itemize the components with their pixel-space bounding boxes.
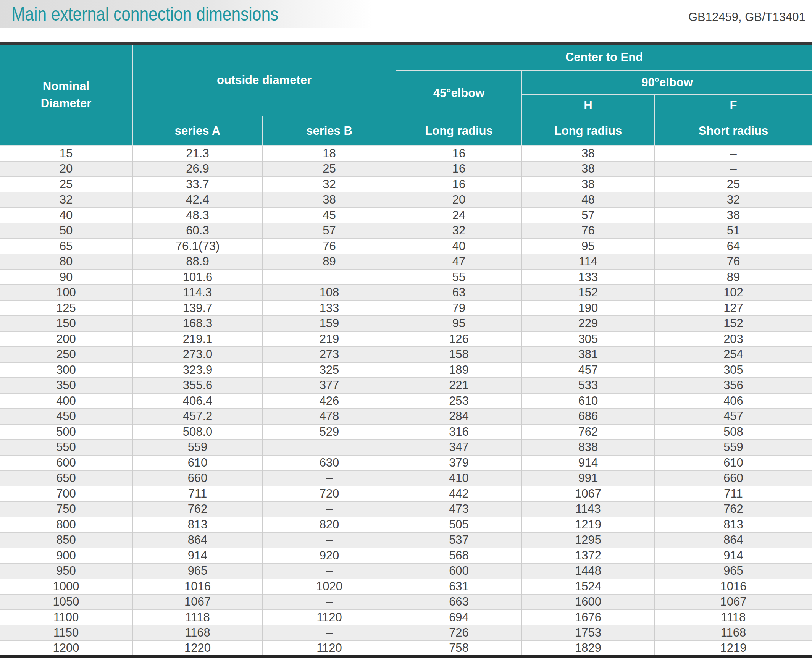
- cell-45-long-radius: 473: [396, 501, 522, 517]
- table-row: 950965–6001448965: [0, 563, 812, 579]
- cell-series-b: 325: [263, 362, 396, 378]
- cell-45-long-radius: 221: [396, 378, 522, 393]
- table-row: 600610630379914610: [0, 455, 812, 471]
- header-outside-diameter: outside diameter: [132, 44, 396, 116]
- cell-series-a: 1067: [132, 594, 263, 610]
- cell-series-a: 60.3: [132, 223, 263, 239]
- table-row: 100114.310863152102: [0, 285, 812, 301]
- cell-series-b: 273: [263, 347, 396, 362]
- cell-90-h-long-radius: 1753: [522, 625, 654, 641]
- cell-series-b: –: [263, 532, 396, 548]
- cell-90-f-short-radius: 305: [654, 362, 812, 378]
- cell-series-a: 33.7: [132, 177, 263, 192]
- cell-series-a: 965: [132, 563, 263, 579]
- cell-series-b: 1120: [263, 641, 396, 656]
- table-row: 400406.4426253610406: [0, 393, 812, 409]
- cell-90-h-long-radius: 381: [522, 347, 654, 362]
- cell-series-b: 159: [263, 316, 396, 331]
- cell-nominal-diameter: 25: [0, 177, 132, 192]
- cell-series-a: 660: [132, 470, 263, 486]
- cell-nominal-diameter: 750: [0, 501, 132, 517]
- cell-90-f-short-radius: 1168: [654, 625, 812, 641]
- cell-nominal-diameter: 1050: [0, 594, 132, 610]
- cell-series-b: –: [263, 594, 396, 610]
- cell-90-h-long-radius: 1676: [522, 610, 654, 625]
- cell-90-h-long-radius: 533: [522, 378, 654, 393]
- cell-45-long-radius: 726: [396, 625, 522, 641]
- cell-nominal-diameter: 600: [0, 455, 132, 471]
- cell-series-b: 820: [263, 517, 396, 533]
- header-short-radius-f: Short radius: [654, 116, 812, 146]
- table-row: 6576.1(73)76409564: [0, 239, 812, 254]
- cell-series-b: 76: [263, 239, 396, 254]
- cell-45-long-radius: 20: [396, 192, 522, 208]
- cell-nominal-diameter: 1000: [0, 579, 132, 595]
- cell-90-h-long-radius: 76: [522, 223, 654, 239]
- cell-series-b: 920: [263, 548, 396, 564]
- cell-series-b: 1120: [263, 610, 396, 625]
- cell-90-h-long-radius: 190: [522, 301, 654, 316]
- cell-90-f-short-radius: 559: [654, 440, 812, 455]
- cell-90-h-long-radius: 610: [522, 393, 654, 409]
- cell-nominal-diameter: 32: [0, 192, 132, 208]
- cell-nominal-diameter: 250: [0, 347, 132, 362]
- cell-90-h-long-radius: 133: [522, 270, 654, 285]
- table-row: 10501067–66316001067: [0, 594, 812, 610]
- cell-90-f-short-radius: 356: [654, 378, 812, 393]
- cell-series-a: 88.9: [132, 254, 263, 270]
- header-series-a: series A: [132, 116, 263, 146]
- cell-45-long-radius: 505: [396, 517, 522, 533]
- cell-series-a: 610: [132, 455, 263, 471]
- cell-nominal-diameter: 650: [0, 470, 132, 486]
- cell-nominal-diameter: 150: [0, 316, 132, 331]
- cell-series-b: 478: [263, 409, 396, 424]
- cell-nominal-diameter: 90: [0, 270, 132, 285]
- table-row: 200219.1219126305203: [0, 331, 812, 347]
- cell-series-a: 114.3: [132, 285, 263, 301]
- cell-45-long-radius: 379: [396, 455, 522, 471]
- cell-45-long-radius: 126: [396, 331, 522, 347]
- cell-90-h-long-radius: 48: [522, 192, 654, 208]
- cell-45-long-radius: 284: [396, 409, 522, 424]
- cell-90-f-short-radius: 610: [654, 455, 812, 471]
- cell-90-f-short-radius: 1219: [654, 641, 812, 656]
- table-row: 2533.732163825: [0, 177, 812, 192]
- cell-45-long-radius: 758: [396, 641, 522, 656]
- header-row-1: Nominal Diameter outside diameter Center…: [0, 44, 812, 70]
- table-row: 9009149205681372914: [0, 548, 812, 564]
- cell-90-h-long-radius: 1372: [522, 548, 654, 564]
- cell-45-long-radius: 442: [396, 486, 522, 502]
- cell-series-b: –: [263, 470, 396, 486]
- table-row: 12001220112075818291219: [0, 641, 812, 656]
- table-row: 11001118112069416761118: [0, 610, 812, 625]
- cell-45-long-radius: 32: [396, 223, 522, 239]
- cell-90-f-short-radius: 1118: [654, 610, 812, 625]
- cell-90-h-long-radius: 991: [522, 470, 654, 486]
- cell-series-a: 21.3: [132, 146, 263, 162]
- cell-series-a: 76.1(73): [132, 239, 263, 254]
- table-row: 550559–347838559: [0, 440, 812, 455]
- cell-90-h-long-radius: 1829: [522, 641, 654, 656]
- cell-45-long-radius: 410: [396, 470, 522, 486]
- cell-series-b: –: [263, 563, 396, 579]
- cell-series-a: 559: [132, 440, 263, 455]
- cell-series-b: 45: [263, 208, 396, 223]
- cell-90-f-short-radius: 203: [654, 331, 812, 347]
- cell-nominal-diameter: 50: [0, 223, 132, 239]
- cell-series-b: –: [263, 270, 396, 285]
- table-row: 7007117204421067711: [0, 486, 812, 502]
- cell-90-f-short-radius: 102: [654, 285, 812, 301]
- cell-45-long-radius: 40: [396, 239, 522, 254]
- cell-90-f-short-radius: –: [654, 161, 812, 177]
- cell-series-a: 457.2: [132, 409, 263, 424]
- cell-series-a: 1118: [132, 610, 263, 625]
- cell-series-a: 219.1: [132, 331, 263, 347]
- table-row: 350355.6377221533356: [0, 378, 812, 393]
- cell-90-h-long-radius: 914: [522, 455, 654, 471]
- cell-series-a: 42.4: [132, 192, 263, 208]
- cell-45-long-radius: 694: [396, 610, 522, 625]
- cell-series-b: 133: [263, 301, 396, 316]
- cell-series-b: 1020: [263, 579, 396, 595]
- cell-90-h-long-radius: 1067: [522, 486, 654, 502]
- cell-45-long-radius: 253: [396, 393, 522, 409]
